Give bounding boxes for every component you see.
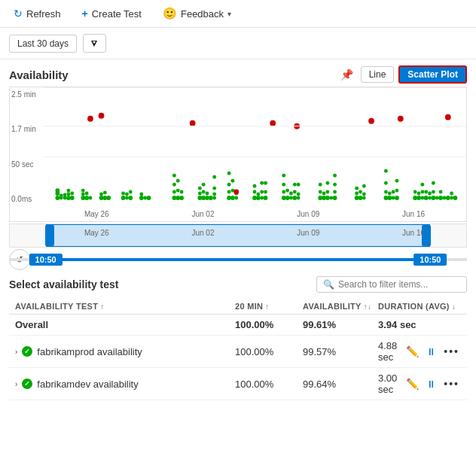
funnel-button[interactable]: ⛛ (83, 34, 106, 53)
range-bar-fill (46, 258, 431, 261)
svg-point-151 (445, 114, 451, 120)
row-2-duration-cell: 3.00 sec ✏️ ⏸ ••• (378, 372, 461, 395)
svg-point-119 (384, 181, 388, 185)
svg-point-125 (395, 196, 399, 200)
svg-point-109 (355, 192, 359, 196)
select-title: Select availability test (9, 278, 119, 290)
svg-point-49 (202, 190, 206, 194)
svg-point-141 (432, 190, 435, 194)
svg-point-135 (420, 183, 424, 187)
svg-point-20 (99, 193, 103, 196)
y-label-2: 50 sec (11, 160, 40, 169)
svg-point-71 (256, 196, 261, 200)
svg-point-36 (172, 190, 176, 194)
funnel-icon: ⛛ (90, 38, 99, 49)
svg-point-28 (125, 193, 129, 196)
svg-point-114 (362, 193, 366, 196)
table-row: › ✓ fabrikamprod availability 100.00% 99… (9, 336, 467, 368)
svg-point-131 (416, 196, 421, 200)
svg-point-118 (384, 190, 388, 194)
svg-point-41 (176, 179, 180, 183)
chart-y-labels: 2.5 min 1.7 min 50 sec 0.0ms (10, 87, 43, 203)
create-test-label: Create Test (92, 8, 142, 20)
svg-point-147 (446, 196, 450, 200)
date-range-button[interactable]: Last 30 days (9, 35, 77, 53)
overall-duration: 3.94 sec (378, 319, 461, 330)
svg-point-136 (424, 196, 429, 200)
svg-point-81 (282, 190, 285, 194)
sort-icon-duration[interactable]: ↓ (452, 303, 456, 311)
y-label-0: 2.5 min (11, 90, 40, 99)
svg-point-122 (388, 192, 392, 196)
refresh-icon: ↻ (14, 8, 23, 20)
status-check-1: ✓ (22, 346, 32, 357)
table-row: › ✓ fabrikamdev availability 100.00% 99.… (9, 368, 467, 400)
svg-point-30 (129, 190, 133, 194)
svg-point-70 (253, 184, 257, 188)
svg-point-10 (70, 196, 75, 200)
svg-point-88 (292, 196, 297, 200)
scatter-label: Scatter Plot (407, 69, 458, 80)
svg-point-90 (293, 183, 297, 187)
sort-icon-name[interactable]: ↑ (100, 303, 104, 311)
svg-point-100 (325, 196, 330, 200)
line-chart-button[interactable]: Line (361, 66, 395, 83)
row-2-more-button[interactable]: ••• (442, 376, 461, 391)
svg-point-38 (172, 174, 176, 178)
svg-point-15 (84, 196, 89, 200)
expand-arrow-1[interactable]: › (15, 348, 17, 356)
timeline-range-bar: ↺ 10:50 10:50 (9, 249, 467, 270)
svg-point-103 (329, 196, 333, 200)
refresh-button[interactable]: ↻ Refresh (9, 5, 66, 22)
svg-point-124 (392, 190, 395, 194)
create-test-button[interactable]: + Create Test (78, 5, 146, 22)
col-header-availability: AVAILABILITY ↑↓ (303, 302, 378, 311)
x-label-2: Jun 09 (297, 210, 319, 218)
scatter-plot-button[interactable]: Scatter Plot (398, 65, 467, 84)
svg-point-42 (179, 196, 184, 200)
svg-point-92 (297, 193, 301, 196)
svg-point-55 (212, 193, 216, 196)
availability-title: Availability (9, 68, 69, 81)
row-1-edit-button[interactable]: ✏️ (404, 344, 420, 359)
svg-point-115 (362, 184, 366, 188)
svg-point-91 (297, 196, 301, 200)
row-2-edit-button[interactable]: ✏️ (404, 376, 420, 391)
svg-point-110 (355, 187, 359, 190)
svg-point-138 (428, 196, 432, 200)
svg-point-43 (180, 190, 184, 194)
svg-point-142 (432, 181, 435, 185)
svg-point-132 (417, 192, 421, 196)
svg-point-143 (435, 196, 439, 200)
svg-point-46 (198, 192, 202, 196)
svg-point-76 (264, 196, 268, 200)
availability-chart: 2.5 min 1.7 min 50 sec 0.0ms (9, 87, 467, 222)
main-content: Availability 📌 Line Scatter Plot 2.5 min… (0, 59, 476, 400)
svg-point-4 (60, 194, 63, 198)
sort-icon-20min[interactable]: ↑ (265, 303, 269, 311)
expand-arrow-2[interactable]: › (15, 380, 17, 388)
svg-point-47 (198, 187, 202, 190)
scrubber-label-0: May 26 (84, 229, 109, 237)
svg-point-84 (285, 196, 290, 200)
timeline-scrubber[interactable]: May 26 Jun 02 Jun 09 Jun 16 (9, 223, 467, 248)
row-1-more-button[interactable]: ••• (442, 344, 461, 359)
row-1-pause-button[interactable]: ⏸ (425, 345, 438, 359)
sort-icon-availability[interactable]: ↑↓ (364, 303, 372, 311)
search-input[interactable] (338, 279, 460, 290)
date-range-label: Last 30 days (17, 38, 69, 49)
x-label-3: Jun 16 (402, 210, 425, 218)
overall-20min: 100.00% (235, 319, 303, 330)
svg-point-18 (87, 116, 93, 122)
svg-point-54 (212, 196, 216, 200)
row-1-name: › ✓ fabrikamprod availability (15, 346, 235, 357)
svg-point-85 (285, 189, 289, 193)
row-2-pause-button[interactable]: ⏸ (425, 377, 438, 391)
range-time-start: 10:50 (29, 254, 63, 266)
svg-point-40 (176, 189, 180, 193)
status-check-2: ✓ (22, 379, 32, 389)
feedback-button[interactable]: 🙂 Feedback ▾ (158, 5, 236, 23)
svg-point-112 (359, 190, 362, 194)
pin-icon[interactable]: 📌 (337, 67, 356, 82)
svg-point-148 (450, 196, 453, 200)
